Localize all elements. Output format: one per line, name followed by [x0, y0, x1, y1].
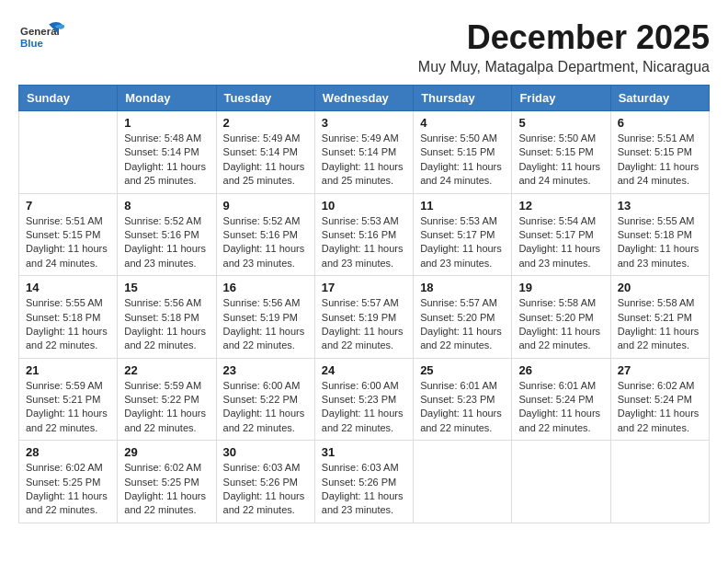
header-thursday: Thursday [414, 86, 512, 111]
calendar-cell: 19Sunrise: 5:58 AM Sunset: 5:20 PM Dayli… [512, 276, 610, 359]
day-number: 9 [223, 199, 308, 213]
calendar-cell: 16Sunrise: 5:56 AM Sunset: 5:19 PM Dayli… [216, 276, 314, 359]
day-number: 10 [322, 199, 406, 213]
day-number: 17 [322, 281, 406, 294]
title-section: December 2025 Muy Muy, Matagalpa Departm… [418, 18, 710, 75]
day-number: 21 [26, 363, 110, 377]
calendar-header-row: Sunday Monday Tuesday Wednesday Thursday… [19, 86, 710, 111]
calendar-cell: 30Sunrise: 6:03 AM Sunset: 5:26 PM Dayli… [216, 441, 314, 523]
logo: General Blue [18, 18, 64, 60]
header-wednesday: Wednesday [314, 86, 413, 111]
calendar-cell: 5Sunrise: 5:50 AM Sunset: 5:15 PM Daylig… [512, 111, 610, 194]
calendar-cell: 26Sunrise: 6:01 AM Sunset: 5:24 PM Dayli… [512, 358, 610, 441]
day-info: Sunrise: 6:01 AM Sunset: 5:24 PM Dayligh… [518, 379, 603, 436]
calendar-cell: 7Sunrise: 5:51 AM Sunset: 5:15 PM Daylig… [19, 193, 118, 276]
day-info: Sunrise: 6:03 AM Sunset: 5:26 PM Dayligh… [322, 461, 406, 518]
day-info: Sunrise: 5:49 AM Sunset: 5:14 PM Dayligh… [322, 132, 406, 189]
calendar-cell: 11Sunrise: 5:53 AM Sunset: 5:17 PM Dayli… [414, 193, 512, 276]
day-number: 14 [26, 281, 110, 294]
day-info: Sunrise: 5:56 AM Sunset: 5:19 PM Dayligh… [223, 296, 308, 353]
calendar-cell: 15Sunrise: 5:56 AM Sunset: 5:18 PM Dayli… [118, 276, 216, 359]
calendar-cell: 24Sunrise: 6:00 AM Sunset: 5:23 PM Dayli… [314, 358, 413, 441]
calendar-cell: 3Sunrise: 5:49 AM Sunset: 5:14 PM Daylig… [314, 111, 413, 194]
header-tuesday: Tuesday [216, 86, 314, 111]
day-info: Sunrise: 5:51 AM Sunset: 5:15 PM Dayligh… [618, 132, 702, 189]
day-info: Sunrise: 6:00 AM Sunset: 5:23 PM Dayligh… [322, 379, 406, 436]
day-number: 1 [124, 116, 209, 130]
page-container: General Blue December 2025 Muy Muy, Mata… [18, 18, 710, 523]
day-number: 4 [420, 116, 505, 130]
day-number: 5 [518, 116, 603, 130]
calendar-cell: 25Sunrise: 6:01 AM Sunset: 5:23 PM Dayli… [414, 358, 512, 441]
calendar-cell: 20Sunrise: 5:58 AM Sunset: 5:21 PM Dayli… [610, 276, 709, 359]
calendar-cell: 1Sunrise: 5:48 AM Sunset: 5:14 PM Daylig… [118, 111, 216, 194]
calendar-week-row: 7Sunrise: 5:51 AM Sunset: 5:15 PM Daylig… [19, 193, 710, 276]
day-number: 25 [420, 363, 505, 377]
day-number: 15 [124, 281, 209, 294]
day-number: 23 [223, 363, 308, 377]
calendar-cell: 31Sunrise: 6:03 AM Sunset: 5:26 PM Dayli… [314, 441, 413, 523]
day-info: Sunrise: 5:48 AM Sunset: 5:14 PM Dayligh… [124, 132, 209, 189]
day-number: 18 [420, 281, 505, 294]
day-number: 20 [618, 281, 702, 294]
day-info: Sunrise: 5:55 AM Sunset: 5:18 PM Dayligh… [26, 296, 110, 353]
day-info: Sunrise: 5:53 AM Sunset: 5:16 PM Dayligh… [322, 214, 406, 271]
calendar-cell [19, 111, 118, 194]
calendar-cell: 22Sunrise: 5:59 AM Sunset: 5:22 PM Dayli… [118, 358, 216, 441]
day-number: 26 [518, 363, 603, 377]
day-number: 27 [618, 363, 702, 377]
calendar-cell: 13Sunrise: 5:55 AM Sunset: 5:18 PM Dayli… [610, 193, 709, 276]
day-number: 31 [322, 445, 406, 459]
calendar-cell: 4Sunrise: 5:50 AM Sunset: 5:15 PM Daylig… [414, 111, 512, 194]
day-info: Sunrise: 5:58 AM Sunset: 5:20 PM Dayligh… [518, 296, 603, 353]
day-info: Sunrise: 5:57 AM Sunset: 5:20 PM Dayligh… [420, 296, 505, 353]
day-info: Sunrise: 6:02 AM Sunset: 5:24 PM Dayligh… [618, 379, 702, 436]
calendar-cell: 23Sunrise: 6:00 AM Sunset: 5:22 PM Dayli… [216, 358, 314, 441]
calendar-cell: 14Sunrise: 5:55 AM Sunset: 5:18 PM Dayli… [19, 276, 118, 359]
day-number: 11 [420, 199, 505, 213]
calendar-cell [512, 441, 610, 523]
header: General Blue December 2025 Muy Muy, Mata… [18, 18, 710, 75]
day-info: Sunrise: 6:00 AM Sunset: 5:22 PM Dayligh… [223, 379, 308, 436]
day-info: Sunrise: 5:58 AM Sunset: 5:21 PM Dayligh… [618, 296, 702, 353]
calendar-cell: 18Sunrise: 5:57 AM Sunset: 5:20 PM Dayli… [414, 276, 512, 359]
header-saturday: Saturday [610, 86, 709, 111]
calendar-cell: 12Sunrise: 5:54 AM Sunset: 5:17 PM Dayli… [512, 193, 610, 276]
day-info: Sunrise: 6:02 AM Sunset: 5:25 PM Dayligh… [26, 461, 110, 518]
calendar-cell: 29Sunrise: 6:02 AM Sunset: 5:25 PM Dayli… [118, 441, 216, 523]
day-number: 16 [223, 281, 308, 294]
day-info: Sunrise: 5:59 AM Sunset: 5:21 PM Dayligh… [26, 379, 110, 436]
day-info: Sunrise: 5:57 AM Sunset: 5:19 PM Dayligh… [322, 296, 406, 353]
day-info: Sunrise: 5:59 AM Sunset: 5:22 PM Dayligh… [124, 379, 209, 436]
day-number: 22 [124, 363, 209, 377]
calendar-cell: 2Sunrise: 5:49 AM Sunset: 5:14 PM Daylig… [216, 111, 314, 194]
day-number: 3 [322, 116, 406, 130]
day-number: 29 [124, 445, 209, 459]
day-info: Sunrise: 5:52 AM Sunset: 5:16 PM Dayligh… [223, 214, 308, 271]
day-info: Sunrise: 6:02 AM Sunset: 5:25 PM Dayligh… [124, 461, 209, 518]
day-info: Sunrise: 6:03 AM Sunset: 5:26 PM Dayligh… [223, 461, 308, 518]
day-info: Sunrise: 5:49 AM Sunset: 5:14 PM Dayligh… [223, 132, 308, 189]
calendar-cell: 6Sunrise: 5:51 AM Sunset: 5:15 PM Daylig… [610, 111, 709, 194]
logo-icon: General Blue [18, 18, 64, 60]
calendar-cell: 9Sunrise: 5:52 AM Sunset: 5:16 PM Daylig… [216, 193, 314, 276]
day-number: 24 [322, 363, 406, 377]
calendar-week-row: 14Sunrise: 5:55 AM Sunset: 5:18 PM Dayli… [19, 276, 710, 359]
calendar-cell [610, 441, 709, 523]
day-number: 19 [518, 281, 603, 294]
day-number: 12 [518, 199, 603, 213]
calendar-week-row: 28Sunrise: 6:02 AM Sunset: 5:25 PM Dayli… [19, 441, 710, 523]
day-info: Sunrise: 5:52 AM Sunset: 5:16 PM Dayligh… [124, 214, 209, 271]
day-info: Sunrise: 5:56 AM Sunset: 5:18 PM Dayligh… [124, 296, 209, 353]
day-number: 2 [223, 116, 308, 130]
day-info: Sunrise: 5:54 AM Sunset: 5:17 PM Dayligh… [518, 214, 603, 271]
day-info: Sunrise: 6:01 AM Sunset: 5:23 PM Dayligh… [420, 379, 505, 436]
calendar-title: December 2025 [418, 18, 710, 57]
day-info: Sunrise: 5:50 AM Sunset: 5:15 PM Dayligh… [518, 132, 603, 189]
day-info: Sunrise: 5:55 AM Sunset: 5:18 PM Dayligh… [618, 214, 702, 271]
calendar-table: Sunday Monday Tuesday Wednesday Thursday… [18, 85, 710, 523]
day-info: Sunrise: 5:53 AM Sunset: 5:17 PM Dayligh… [420, 214, 505, 271]
calendar-cell: 8Sunrise: 5:52 AM Sunset: 5:16 PM Daylig… [118, 193, 216, 276]
header-sunday: Sunday [19, 86, 118, 111]
calendar-cell: 27Sunrise: 6:02 AM Sunset: 5:24 PM Dayli… [610, 358, 709, 441]
